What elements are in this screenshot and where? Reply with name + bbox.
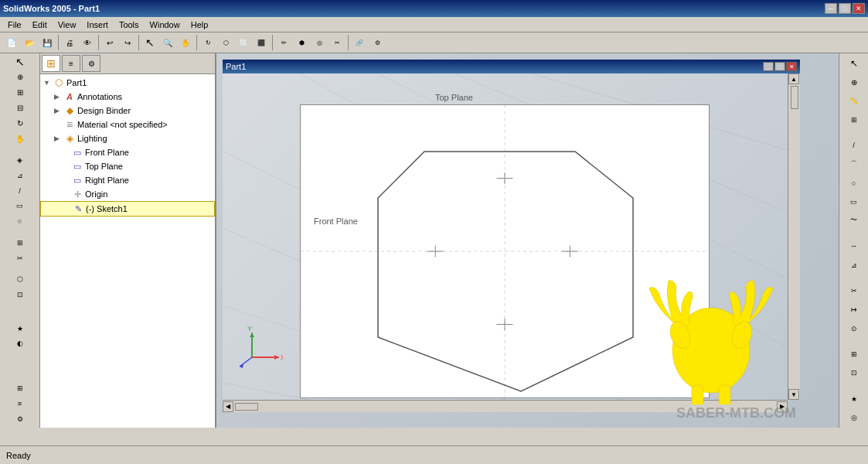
tree-lighting[interactable]: ▶ ◈ Lighting	[40, 131, 215, 145]
menu-file[interactable]: File	[3, 19, 26, 31]
scroll-thumb[interactable]	[791, 86, 798, 109]
tree-right-plane[interactable]: ▭ Right Plane	[40, 173, 215, 187]
circle-btn[interactable]: ○	[11, 214, 29, 228]
revolve-button[interactable]: ◎	[311, 34, 328, 51]
zoom-in-btn[interactable]: ⊞	[11, 86, 29, 100]
assembly-button[interactable]: ⚙	[369, 34, 386, 51]
view-orient-button[interactable]: ⬡	[217, 34, 234, 51]
pan-button[interactable]: ✋	[177, 34, 194, 51]
menu-tools[interactable]: Tools	[114, 19, 144, 31]
right-dim-btn[interactable]: ↔	[845, 237, 863, 254]
right-grid-btn[interactable]: ⊞	[845, 111, 863, 128]
rotate-button[interactable]: ↻	[199, 34, 216, 51]
scroll-left-btn[interactable]: ◀	[223, 401, 233, 412]
right-circle-btn[interactable]: ○	[845, 174, 863, 191]
appearance-btn[interactable]: ★	[11, 322, 29, 336]
right-line-btn[interactable]: /	[845, 137, 863, 154]
expand-icon	[63, 205, 72, 213]
v-scrollbar[interactable]: ▲ ▼	[788, 73, 800, 400]
title-bar: SolidWorks 2005 - Part1 ─ □ ✕	[0, 0, 868, 17]
new-button[interactable]: 📄	[3, 34, 20, 51]
menu-view[interactable]: View	[53, 19, 81, 31]
shaded-button[interactable]: ⬛	[253, 34, 270, 51]
tree-top-plane[interactable]: ▭ Top Plane	[40, 159, 215, 173]
right-ref-btn[interactable]: ◎	[845, 409, 863, 426]
right-measure-btn[interactable]: 📏	[845, 92, 863, 109]
trim-btn[interactable]: ✂	[11, 251, 29, 265]
tree-header: ⊞ ≡ ⚙	[40, 53, 215, 74]
right-trim-btn[interactable]: ✂	[845, 282, 863, 299]
smart-dimension-btn[interactable]: ◈	[11, 153, 29, 167]
cut-button[interactable]: ✂	[328, 34, 345, 51]
print-button[interactable]: 🖨	[61, 34, 78, 51]
right-relation-btn[interactable]: ⊿	[845, 257, 863, 274]
right-select-btn[interactable]: ↖	[845, 55, 863, 72]
right-extend-btn[interactable]: ↦	[845, 301, 863, 318]
preview-button[interactable]: 👁	[79, 34, 96, 51]
undo-button[interactable]: ↩	[101, 34, 118, 51]
scroll-up-btn[interactable]: ▲	[788, 73, 799, 84]
inner-minimize-btn[interactable]: _	[763, 62, 774, 71]
right-arc-btn[interactable]: ⌒	[845, 155, 863, 172]
wireframe-button[interactable]: ⬜	[235, 34, 252, 51]
viewport[interactable]: Top Plane Front Plane Right Plane X Y	[223, 73, 788, 400]
3d-sketch-btn[interactable]: ⬡	[11, 272, 29, 286]
select-button[interactable]: ↖	[141, 34, 158, 51]
scene-btn[interactable]: ◐	[11, 337, 29, 351]
right-mirror-btn[interactable]: ⊞	[845, 346, 863, 363]
zoom-button[interactable]: 🔍	[159, 34, 176, 51]
view-rotate-btn[interactable]: ↻	[11, 117, 29, 131]
relations-btn[interactable]: ⊿	[11, 169, 29, 183]
scroll-down-btn[interactable]: ▼	[788, 389, 799, 400]
inner-close-btn[interactable]: ✕	[786, 62, 797, 71]
right-rect-btn[interactable]: ▭	[845, 193, 863, 210]
mirror-btn[interactable]: ⊞	[11, 236, 29, 250]
open-button[interactable]: 📂	[21, 34, 38, 51]
feature-manager-btn[interactable]: ⊞	[11, 381, 29, 395]
menu-window[interactable]: Window	[145, 19, 185, 31]
right-plane-icon: ▭	[71, 174, 83, 186]
tree-sketch1[interactable]: ✎ (-) Sketch1	[40, 201, 215, 217]
menu-help[interactable]: Help	[186, 19, 213, 31]
mate-button[interactable]: 🔗	[351, 34, 368, 51]
top-plane-label: Top Plane	[85, 162, 123, 171]
config-manager-btn[interactable]: ⚙	[11, 412, 29, 426]
right-pattern-btn[interactable]: ⊡	[845, 364, 863, 381]
tree-origin[interactable]: ✛ Origin	[40, 187, 215, 201]
view-pan-btn[interactable]: ✋	[11, 131, 29, 145]
sketch-svg	[301, 105, 709, 397]
tree-tab-config[interactable]: ⚙	[82, 55, 100, 72]
tree-part1[interactable]: ▼ ⬡ Part1	[40, 76, 215, 90]
extrude-button[interactable]: ⬢	[293, 34, 310, 51]
right-add-btn[interactable]: ★	[845, 391, 863, 408]
tree-tab-feature[interactable]: ⊞	[42, 55, 60, 72]
tree-tab-property[interactable]: ≡	[62, 55, 80, 72]
status-text: Ready	[6, 451, 31, 460]
tree-front-plane[interactable]: ▭ Front Plane	[40, 145, 215, 159]
maximize-button[interactable]: □	[839, 3, 851, 14]
redo-button[interactable]: ↪	[119, 34, 136, 51]
right-zoom-btn[interactable]: ⊕	[845, 73, 863, 90]
zoom-out-btn[interactable]: ⊟	[11, 101, 29, 115]
h-scroll-thumb[interactable]	[235, 403, 258, 411]
inner-maximize-btn[interactable]: □	[774, 62, 785, 71]
right-spline-btn[interactable]: 〜	[845, 212, 863, 229]
rectangle-btn[interactable]: ▭	[11, 200, 29, 213]
tree-annotations[interactable]: ▶ A Annotations	[40, 90, 215, 104]
minimize-button[interactable]: ─	[825, 3, 837, 14]
property-manager-btn[interactable]: ≡	[11, 397, 29, 411]
close-button[interactable]: ✕	[853, 3, 865, 14]
line-btn[interactable]: /	[11, 184, 29, 198]
command-sidebar: ↖ ⊕ ⊞ ⊟ ↻ ✋ ◈ ⊿ / ▭ ○ ⊞ ✂ ⬡ ⊡ ★ ◐ ⊞ ≡ ⚙	[0, 53, 40, 428]
tree-design-binder[interactable]: ▶ ◆ Design Binder	[40, 104, 215, 118]
tree-material[interactable]: ≡ Material <not specified>	[40, 118, 215, 131]
save-button[interactable]: 💾	[39, 34, 56, 51]
select-mode-btn[interactable]: ↖	[11, 55, 29, 69]
menu-insert[interactable]: Insert	[82, 19, 113, 31]
zoom-to-fit-btn[interactable]: ⊕	[11, 70, 29, 84]
reference-btn[interactable]: ⊡	[11, 288, 29, 302]
right-offset-btn[interactable]: ⊙	[845, 319, 863, 336]
menu-edit[interactable]: Edit	[28, 19, 52, 31]
sketch-button[interactable]: ✏	[275, 34, 292, 51]
top-plane-icon: ▭	[71, 160, 83, 172]
